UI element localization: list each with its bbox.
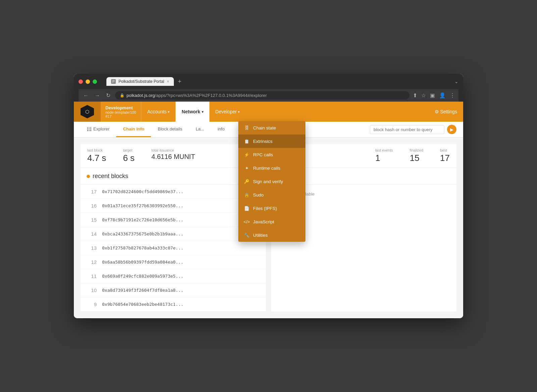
last-block-label: last block	[87, 148, 106, 152]
address-bar-row: ← → ↻ 🔒 polkadot.js.org/apps/?rpc=ws%3A%…	[79, 89, 458, 102]
table-row[interactable]: 11 0x669a0f249cfc882e009a5973e5...	[81, 269, 266, 283]
url-path: /apps/?rpc=ws%3A%2F%2F127.0.0.1%3A9944#/…	[155, 93, 267, 98]
sidebar-toggle-icon[interactable]: ▣	[430, 92, 435, 99]
app-wrapper: ⬡ Development node-template/100 #17 Acco…	[74, 102, 463, 318]
tab-title: Polkadot/Substrate Portal	[118, 79, 164, 84]
table-row[interactable]: 9 0x9b76054e70683eeb2be48173c1...	[81, 297, 266, 312]
dropdown-item-javascript[interactable]: </> JavaScript	[238, 215, 305, 228]
app-header: ⬡ Development node-template/100 #17 Acco…	[74, 102, 463, 122]
files-ipfs-icon: 📄	[244, 205, 250, 211]
table-row[interactable]: 13 0xb1f27587b827678ab4a333c07e...	[81, 241, 266, 255]
bookmark-icon[interactable]: ☆	[421, 92, 426, 99]
block-hash: 0xf78c9b7191e2c726e10d656e5b...	[102, 217, 184, 222]
best-value: 17	[440, 153, 450, 163]
dropdown-item-extrinsics[interactable]: 📋 Extrinsics	[238, 134, 305, 148]
developer-arrow-icon: ▾	[238, 110, 240, 114]
tab-close-button[interactable]: ×	[167, 79, 169, 84]
dropdown-item-sign-verify[interactable]: 🔑 Sign and verify	[238, 175, 305, 188]
block-number: 10	[87, 287, 97, 293]
search-go-button[interactable]: ▶	[447, 125, 456, 134]
nav-item-accounts[interactable]: Accounts ▾	[141, 102, 176, 122]
stat-total-issuance: total issuance 4.6116 MUNIT	[151, 148, 195, 163]
subnav-info-label: info	[217, 126, 225, 131]
nav-item-network[interactable]: Network ▾	[176, 102, 209, 122]
traffic-light-green[interactable]	[93, 79, 97, 84]
stat-last-block: last block 4.7 s	[87, 148, 106, 163]
nav-settings[interactable]: ⚙ Settings	[429, 102, 463, 122]
stats-main: last block 4.7 s target 6 s total issuan…	[87, 148, 195, 163]
runtime-calls-icon: ✦	[244, 165, 250, 171]
accounts-arrow-icon: ▾	[168, 110, 169, 114]
search-input[interactable]	[374, 127, 441, 132]
search-input-wrapper	[370, 125, 444, 134]
block-number: 13	[87, 245, 97, 251]
block-hash: 0x9b76054e70683eeb2be48173c1...	[102, 302, 184, 307]
utilities-label: Utilities	[253, 233, 268, 238]
search-go-icon: ▶	[450, 127, 453, 132]
dropdown-item-rpc-calls[interactable]: ⚡ RPC calls	[238, 148, 305, 161]
profile-icon[interactable]: 👤	[439, 92, 446, 99]
last-block-value: 4.7 s	[87, 153, 106, 163]
block-number: 16	[87, 203, 97, 209]
block-number: 17	[87, 189, 97, 194]
share-icon[interactable]: ⬆	[413, 92, 417, 99]
browser-tab-active[interactable]: P Polkadot/Substrate Portal ×	[106, 77, 174, 86]
more-icon[interactable]: ⋮	[450, 92, 455, 99]
tab-favicon: P	[111, 79, 116, 84]
target-value: 6 s	[123, 153, 135, 163]
subnav-block-details[interactable]: Block details	[151, 122, 189, 137]
url-text: polkadot.js.org/apps/?rpc=ws%3A%2F%2F127…	[127, 93, 267, 98]
subnav-last[interactable]: La...	[189, 122, 211, 137]
nav-item-developer[interactable]: Developer ▾	[209, 102, 246, 122]
subnav-chain-info[interactable]: Chain info	[116, 122, 151, 137]
dropdown-item-utilities[interactable]: 🔧 Utilities	[238, 228, 305, 242]
stats-right: last events 1 finalized 15 best 17	[375, 148, 450, 163]
dropdown-item-chain-state[interactable]: 🗄 Chain state	[238, 121, 305, 134]
table-row[interactable]: 12 0x6aa58b56b09397fdd59a084ea0...	[81, 255, 266, 269]
total-issuance-label: total issuance	[151, 148, 195, 152]
stat-last-events: last events 1	[375, 148, 393, 163]
toolbar-icons: ⬆ ☆ ▣ 👤 ⋮	[413, 92, 455, 99]
dropdown-item-files-ipfs[interactable]: 📄 Files (IPFS)	[238, 202, 305, 215]
network-arrow-icon: ▾	[202, 110, 203, 114]
reload-button[interactable]: ↻	[105, 92, 112, 99]
dropdown-item-runtime-calls[interactable]: ✦ Runtime calls	[238, 161, 305, 175]
network-number: #17	[105, 114, 136, 118]
browser-window: P Polkadot/Substrate Portal × + ⌄ ← → ↻ …	[74, 74, 463, 318]
subnav-explorer[interactable]: Explorer	[81, 122, 116, 137]
traffic-light-yellow[interactable]	[86, 79, 90, 84]
forward-button[interactable]: →	[93, 92, 101, 99]
stat-finalized: finalized 15	[410, 148, 423, 163]
block-hash: 0xbca243367375675e0b2b1b9aaa...	[102, 231, 184, 236]
table-row[interactable]: 10 0xa8d739149f3f2604f7df8ea1a8...	[81, 283, 266, 297]
settings-label: ⚙ Settings	[435, 109, 457, 114]
rpc-calls-label: RPC calls	[253, 152, 273, 157]
tab-bar: P Polkadot/Substrate Portal × +	[106, 77, 184, 86]
block-number: 14	[87, 231, 97, 237]
traffic-light-red[interactable]	[79, 79, 83, 84]
nav-developer-label: Developer	[215, 109, 237, 114]
block-number: 9	[87, 301, 97, 307]
subnav-chain-info-label: Chain info	[123, 126, 144, 131]
runtime-calls-label: Runtime calls	[253, 166, 280, 171]
block-hash: 0x71702d8224600cf5dd49869e37...	[102, 189, 184, 194]
browser-controls: P Polkadot/Substrate Portal × + ⌄	[79, 77, 458, 86]
subnav-block-details-label: Block details	[158, 126, 182, 131]
block-hash: 0xb1f27587b827678ab4a333c07e...	[102, 245, 184, 250]
url-domain: polkadot.js.org	[127, 93, 155, 98]
block-hash: 0x669a0f249cfc882e009a5973e5...	[102, 274, 184, 279]
finalized-label: finalized	[410, 148, 423, 152]
sudo-icon: 🔒	[244, 192, 250, 198]
block-number: 12	[87, 259, 97, 265]
back-button[interactable]: ←	[82, 92, 90, 99]
last-events-value: 1	[375, 153, 393, 163]
best-label: best	[440, 148, 450, 152]
block-hash: 0xa8d739149f3f2604f7df8ea1a8...	[102, 288, 184, 293]
subnav-info[interactable]: info	[211, 122, 231, 137]
last-events-label: last events	[375, 148, 393, 152]
address-bar[interactable]: 🔒 polkadot.js.org/apps/?rpc=ws%3A%2F%2F1…	[115, 91, 409, 100]
dropdown-item-sudo[interactable]: 🔒 Sudo	[238, 188, 305, 202]
block-number: 15	[87, 217, 97, 223]
new-tab-button[interactable]: +	[176, 78, 184, 85]
browser-menu-button[interactable]: ⌄	[454, 79, 458, 84]
